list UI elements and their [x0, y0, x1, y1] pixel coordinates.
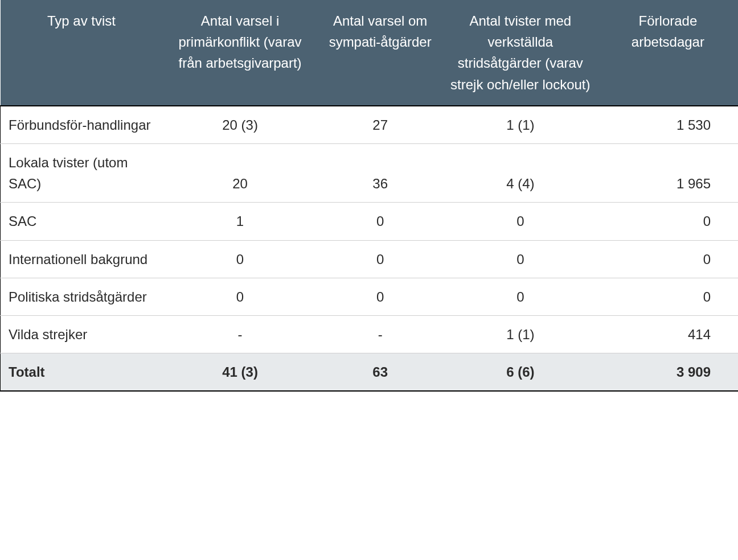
cell-value: 1 530	[598, 106, 738, 144]
table-total-row: Totalt 41 (3) 63 6 (6) 3 909	[1, 353, 739, 392]
total-value: 63	[318, 353, 443, 392]
cell-value: 0	[163, 278, 318, 315]
cell-value: 0	[598, 240, 738, 278]
table-row: Internationell bakgrund 0 0 0 0	[1, 240, 739, 278]
cell-value: 0	[318, 278, 443, 315]
total-value: 3 909	[598, 353, 738, 392]
total-value: 41 (3)	[163, 353, 318, 392]
row-label: SAC	[1, 203, 163, 240]
cell-value: 0	[318, 203, 443, 240]
table-row: Förbundsför-handlingar 20 (3) 27 1 (1) 1…	[1, 106, 739, 144]
cell-value: 0	[598, 203, 738, 240]
header-col-4: Antal tvister med verkställda stridsåtgä…	[443, 0, 598, 106]
row-label: Förbundsför-handlingar	[1, 106, 163, 144]
table-row: SAC 1 0 0 0	[1, 203, 739, 240]
row-label: Lokala tvister (utom SAC)	[1, 143, 163, 202]
cell-value: 20 (3)	[163, 106, 318, 144]
header-col-3: Antal varsel om sympati-åtgärder	[318, 0, 443, 106]
total-value: 6 (6)	[443, 353, 598, 392]
cell-value: 1 965	[598, 143, 738, 202]
total-label: Totalt	[1, 353, 163, 392]
cell-value: 0	[443, 240, 598, 278]
cell-value: -	[163, 315, 318, 353]
table-row: Lokala tvister (utom SAC) 20 36 4 (4) 1 …	[1, 143, 739, 202]
cell-value: 20	[163, 143, 318, 202]
table-row: Politiska stridsåtgärder 0 0 0 0	[1, 278, 739, 315]
table-row: Vilda strejker - - 1 (1) 414	[1, 315, 739, 353]
row-label: Internationell bakgrund	[1, 240, 163, 278]
cell-value: 0	[318, 240, 443, 278]
cell-value: 414	[598, 315, 738, 353]
cell-value: 0	[443, 203, 598, 240]
cell-value: 0	[163, 240, 318, 278]
table-header: Typ av tvist Antal varsel i primärkonfli…	[1, 0, 739, 106]
row-label: Politiska stridsåtgärder	[1, 278, 163, 315]
row-label: Vilda strejker	[1, 315, 163, 353]
cell-value: 1 (1)	[443, 106, 598, 144]
cell-value: 0	[598, 278, 738, 315]
cell-value: 27	[318, 106, 443, 144]
cell-value: 0	[443, 278, 598, 315]
cell-value: 4 (4)	[443, 143, 598, 202]
cell-value: 36	[318, 143, 443, 202]
cell-value: 1	[163, 203, 318, 240]
cell-value: -	[318, 315, 443, 353]
header-col-5: Förlorade arbetsdagar	[598, 0, 738, 106]
disputes-table: Typ av tvist Antal varsel i primärkonfli…	[0, 0, 738, 392]
header-col-1: Typ av tvist	[1, 0, 163, 106]
cell-value: 1 (1)	[443, 315, 598, 353]
header-col-2: Antal varsel i primärkonflikt (varav frå…	[163, 0, 318, 106]
